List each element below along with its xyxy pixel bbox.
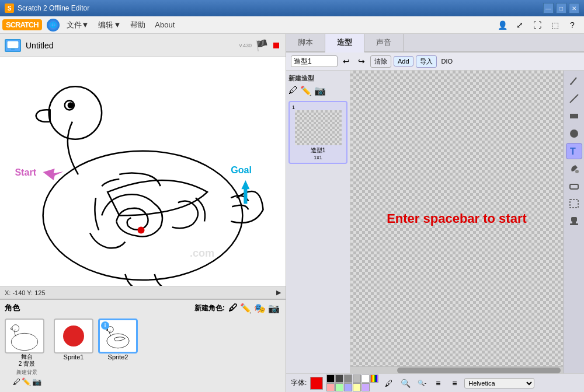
undo-button[interactable]: ↩ xyxy=(340,55,353,68)
help-icon[interactable]: ? xyxy=(565,18,579,32)
backdrop-paint-btn[interactable]: 🖊 xyxy=(13,377,20,386)
sprite2-thumbnail[interactable]: i xyxy=(98,318,138,354)
zoom-in-button[interactable]: 🔍 xyxy=(399,377,412,390)
menu-about[interactable]: About xyxy=(150,18,179,32)
color-swatch-lightgray[interactable] xyxy=(353,374,361,383)
eraser-tool[interactable] xyxy=(566,178,582,194)
add-button[interactable]: Add xyxy=(394,56,413,66)
tabs-bar: 脚本 造型 声音 xyxy=(286,34,584,52)
font-color-picker[interactable] xyxy=(310,377,323,390)
color-swatch-lightblue[interactable] xyxy=(344,383,352,391)
costume-name-input[interactable] xyxy=(291,55,338,67)
color-swatch-gray[interactable] xyxy=(344,374,352,383)
font-label: 字体: xyxy=(291,378,307,388)
turbo-icon[interactable]: ⬚ xyxy=(548,18,562,32)
costume-list-panel: 新建造型 🖊 ✏️ 📷 1 造型1 1x1 xyxy=(286,71,350,373)
sprite1-label: Sprite1 xyxy=(64,354,84,360)
new-sprite-label: 新建角色: xyxy=(194,303,225,313)
clear-button[interactable]: 清除 xyxy=(370,55,391,68)
new-costume-upload-btn[interactable]: ✏️ xyxy=(300,85,312,96)
color-swatch-lightgreen[interactable] xyxy=(335,383,343,391)
align-left-button[interactable]: ≡ xyxy=(432,377,444,390)
font-selector[interactable]: Helvetica Arial Times New Roman xyxy=(464,378,534,388)
new-sprite-surprise-button[interactable]: 🎭 xyxy=(254,303,266,314)
color-swatch-lavender[interactable] xyxy=(361,383,370,391)
zoom-out-button[interactable]: 🔍- xyxy=(415,377,428,390)
new-sprite-paint-button[interactable]: 🖊 xyxy=(228,303,238,313)
svg-rect-22 xyxy=(570,114,578,118)
fill-tool[interactable] xyxy=(566,160,582,177)
fullscreen-icon[interactable]: ⤢ xyxy=(513,18,527,32)
color-swatch-rainbow[interactable] xyxy=(370,374,378,383)
align-right-button[interactable]: ≡ xyxy=(448,377,461,390)
window-controls[interactable]: — □ ✕ xyxy=(543,3,579,13)
svg-text:T: T xyxy=(570,146,576,156)
paint-canvas[interactable]: Enter spacebar to start xyxy=(350,71,563,366)
sprite1-thumbnail[interactable] xyxy=(54,318,93,354)
stage-version: v.430 xyxy=(239,43,252,48)
select-tool[interactable] xyxy=(566,195,582,212)
maximize-button[interactable]: □ xyxy=(556,3,566,13)
pencil-tool[interactable] xyxy=(566,73,582,89)
globe-icon[interactable]: 🌐 xyxy=(47,19,60,32)
menu-help[interactable]: 帮助 xyxy=(126,18,150,33)
color-swatch-white[interactable] xyxy=(361,374,370,383)
stamp-tool[interactable] xyxy=(566,213,582,229)
green-flag-button[interactable]: 🏴 xyxy=(255,39,268,52)
line-tool[interactable] xyxy=(566,90,582,107)
redo-button[interactable]: ↪ xyxy=(355,55,368,68)
tab-scripts[interactable]: 脚本 xyxy=(286,34,325,51)
stage-canvas[interactable]: Start Goal .com xyxy=(0,57,286,286)
stage-area: Untitled v.430 🏴 ⏹ xyxy=(0,34,286,392)
svg-point-6 xyxy=(68,103,73,107)
color-swatch-darkgray[interactable] xyxy=(335,374,343,383)
backdrop-camera-btn[interactable]: 📷 xyxy=(32,377,41,386)
new-costume-camera-btn[interactable]: 📷 xyxy=(314,85,326,96)
color-swatch-yellow[interactable] xyxy=(353,383,361,391)
coordinates-text: X: -140 Y: 125 xyxy=(5,289,46,296)
eyedropper-button[interactable]: 🖊 xyxy=(383,377,395,390)
presentation-icon[interactable]: ⛶ xyxy=(530,18,544,32)
sprite-item[interactable]: i Sprite2 xyxy=(98,318,138,360)
app-icon: S xyxy=(5,4,14,13)
costume-new-buttons: 🖊 ✏️ 📷 xyxy=(286,84,350,99)
share-icon[interactable]: 👤 xyxy=(495,18,509,32)
bitmap-button[interactable]: DIO xyxy=(439,57,456,66)
paint-hscroll-thumb[interactable] xyxy=(397,368,561,373)
menu-file[interactable]: 文件▼ xyxy=(62,18,94,33)
costume-panel: 新建造型 🖊 ✏️ 📷 1 造型1 1x1 Enter spacebar to xyxy=(286,71,584,373)
new-sprite-file-button[interactable]: ✏️ xyxy=(240,303,252,314)
paint-canvas-wrap: Enter spacebar to start xyxy=(350,71,563,373)
ellipse-tool[interactable] xyxy=(566,125,582,142)
color-swatch-black[interactable] xyxy=(326,374,335,383)
color-swatches xyxy=(326,374,379,391)
stop-button[interactable]: ⏹ xyxy=(272,40,281,51)
stage-thumbnail[interactable] xyxy=(5,318,44,354)
tab-costumes[interactable]: 造型 xyxy=(325,34,364,52)
costume-name-label: 造型1 xyxy=(311,146,326,155)
menu-edit[interactable]: 编辑▼ xyxy=(93,18,126,33)
costume-list-item[interactable]: 1 造型1 1x1 xyxy=(288,101,347,164)
svg-rect-28 xyxy=(571,217,577,222)
paint-hscroll[interactable] xyxy=(350,366,563,373)
sprite-item[interactable]: Sprite1 xyxy=(54,318,93,360)
sprites-header: 角色 新建角色: 🖊 ✏️ 🎭 📷 xyxy=(0,300,286,316)
expand-button[interactable]: ▶ xyxy=(276,289,281,296)
stage-thumbnail-area[interactable]: 舞台2 背景 新建背景 🖊 ✏️ 📷 xyxy=(5,318,49,386)
import-button[interactable]: 导入 xyxy=(416,55,437,68)
new-costume-paint-btn[interactable]: 🖊 xyxy=(288,85,298,96)
new-sprite-camera-button[interactable]: 📷 xyxy=(268,303,280,314)
rect-tool[interactable] xyxy=(566,108,582,124)
sprites-content: 舞台2 背景 新建背景 🖊 ✏️ 📷 Sprite1 xyxy=(0,316,286,392)
minimize-button[interactable]: — xyxy=(543,3,554,13)
tab-sounds[interactable]: 声音 xyxy=(364,34,404,51)
color-swatch-pink[interactable] xyxy=(326,383,335,391)
backdrop-upload-btn[interactable]: ✏️ xyxy=(22,377,31,386)
svg-rect-1 xyxy=(11,48,15,50)
svg-point-23 xyxy=(570,130,578,138)
text-tool[interactable]: T xyxy=(566,143,582,159)
stage-title: Untitled xyxy=(26,41,239,50)
info-badge[interactable]: i xyxy=(101,321,109,330)
paint-toolbar: ↩ ↪ 清除 Add 导入 DIO xyxy=(286,52,584,71)
close-button[interactable]: ✕ xyxy=(569,3,579,13)
